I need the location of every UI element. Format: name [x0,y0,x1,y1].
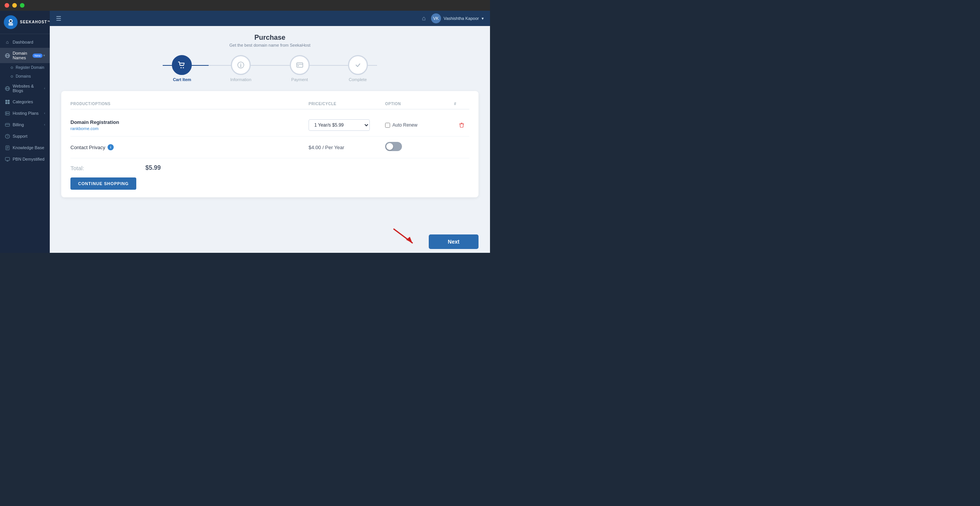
svg-point-20 [7,137,7,137]
sidebar-item-label: Knowledge Base [13,145,45,150]
maximize-button[interactable] [20,3,24,8]
total-amount: $5.99 [145,164,161,171]
home-icon[interactable]: ⌂ [422,15,426,22]
step-label-payment: Payment [291,77,308,82]
step-circle-cart [172,55,192,75]
sidebar-item-dashboard[interactable]: ⌂ Dashboard [0,36,50,48]
page-title: Purchase [61,34,479,42]
svg-rect-33 [297,63,303,67]
contact-privacy-label: Contact Privacy [70,145,105,150]
delete-cell [454,122,469,128]
sidebar-item-label: Billing [13,122,43,127]
logo-text: SEEKAHOST™ [20,20,50,24]
billing-icon [5,122,10,127]
svg-point-29 [183,67,184,68]
sidebar-nav: ⌂ Dashboard Domain Names New ▾ [0,34,50,253]
sidebar-item-register-domain[interactable]: Register Domain [0,63,50,72]
monitor-icon [5,156,10,162]
privacy-toggle-cell [385,142,454,153]
sidebar-item-label: Categories [13,99,45,104]
sidebar-item-label: Domain Names [13,51,31,60]
book-icon [5,145,10,150]
minimize-button[interactable] [12,3,17,8]
svg-rect-10 [8,100,10,102]
sidebar-item-pbn-demystified[interactable]: PBN Demystified [0,153,50,165]
chevron-down-icon: ▾ [43,54,45,57]
chevron-icon: ‹ [44,111,45,115]
auto-renew-label[interactable]: Auto Renew [385,122,454,128]
svg-rect-35 [297,65,299,66]
content-area: Purchase Get the best domain name from S… [50,26,490,231]
continue-shopping-button[interactable]: CONTINUE SHOPPING [70,177,136,190]
support-icon [5,133,10,139]
sidebar-logo: SEEKAHOST™ [0,11,50,34]
total-row: Total: $5.99 [70,158,469,174]
svg-rect-37 [461,123,462,124]
sidebar-item-label: PBN Demystified [13,157,45,161]
cart-card: PRODUCT/OPTIONS PRICE/CYCLE OPTION # Dom… [61,91,479,197]
page-subtitle: Get the best domain name from SeekaHost [61,43,479,47]
chevron-down-icon: ▾ [482,16,484,21]
step-label-complete: Complete [349,77,367,82]
topbar: ☰ ⌂ VK Vashishtha Kapoor ▾ [50,11,490,26]
step-circle-payment [290,55,310,75]
user-menu[interactable]: VK Vashishtha Kapoor ▾ [431,13,484,23]
header-product: PRODUCT/OPTIONS [70,102,309,106]
info-icon[interactable]: i [108,144,114,150]
stepper: Cart Item Information [61,55,479,82]
step-circle-complete [348,55,368,75]
step-information: Information [230,55,251,82]
new-badge: New [33,54,42,58]
step-cart: Cart Item [172,55,192,82]
svg-rect-1 [8,23,13,26]
sidebar-sub-label: Domains [16,74,31,78]
close-button[interactable] [5,3,9,8]
domain-link[interactable]: rankborne.com [70,126,309,131]
sidebar-item-domain-names[interactable]: Domain Names New ▾ [0,48,50,63]
main-content: ☰ ⌂ VK Vashishtha Kapoor ▾ Purchase Get … [50,11,490,253]
svg-point-28 [181,67,182,68]
table-row: Domain Registration rankborne.com 1 Year… [70,114,469,137]
app-container: SEEKAHOST™ ⌂ Dashboard Domain Names New [0,11,490,253]
sidebar-item-label: Dashboard [13,40,45,44]
hamburger-icon[interactable]: ☰ [56,15,61,22]
header-price-cycle: PRICE/CYCLE [309,102,385,106]
total-label: Total: [70,165,84,171]
categories-icon [5,99,10,104]
svg-rect-17 [5,123,10,126]
auto-renew-checkbox[interactable] [385,123,390,128]
purchase-header: Purchase Get the best domain name from S… [61,34,479,47]
domain-name-cell: Domain Registration rankborne.com [70,119,309,131]
sidebar-item-domains[interactable]: Domains [0,72,50,81]
sidebar-item-categories[interactable]: Categories [0,96,50,107]
user-name: Vashishtha Kapoor [444,16,479,21]
sidebar-item-support[interactable]: Support [0,130,50,142]
contact-privacy-toggle[interactable] [385,142,402,151]
option-cell: Auto Renew [385,122,454,128]
topbar-right: ⌂ VK Vashishtha Kapoor ▾ [422,13,484,23]
header-option: OPTION [385,102,454,106]
svg-point-16 [6,114,7,115]
sidebar: SEEKAHOST™ ⌂ Dashboard Domain Names New [0,11,50,253]
step-label-information: Information [230,77,251,82]
header-hash: # [454,102,469,106]
svg-point-15 [6,112,7,113]
price-cycle-select[interactable]: 1 Year/s $5.99 [309,119,370,131]
svg-rect-11 [5,102,7,104]
sidebar-item-websites-blogs[interactable]: Websites & Blogs ‹ [0,81,50,96]
sidebar-item-knowledge-base[interactable]: Knowledge Base [0,142,50,153]
chevron-icon: ‹ [44,123,45,127]
avatar: VK [431,13,441,23]
dot-icon [11,67,13,69]
step-payment: Payment [290,55,310,82]
svg-rect-14 [5,114,10,115]
logo-icon [4,15,18,29]
next-button[interactable]: Next [429,234,479,249]
sidebar-item-hosting-plans[interactable]: Hosting Plans ‹ [0,107,50,119]
delete-icon[interactable] [454,122,469,128]
globe-icon [5,53,10,58]
table-header: PRODUCT/OPTIONS PRICE/CYCLE OPTION # [70,99,469,109]
sidebar-item-billing[interactable]: Billing ‹ [0,119,50,130]
step-label-cart: Cart Item [173,77,191,82]
privacy-price-cell: $4.00 / Per Year [309,144,385,151]
